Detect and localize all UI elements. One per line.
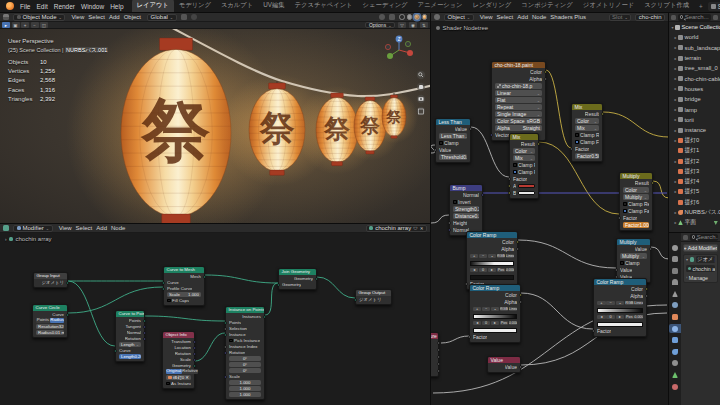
- color-ramp-bar[interactable]: [473, 314, 517, 319]
- outliner-search[interactable]: Search...: [678, 14, 711, 21]
- gizmos-icon[interactable]: ◉: [409, 22, 417, 28]
- manage-section[interactable]: › Manage: [684, 273, 717, 282]
- node-object-info[interactable]: Object InfoTransformLocationRotationScal…: [162, 331, 195, 389]
- socket[interactable]: [193, 340, 196, 343]
- node-field[interactable]: Resolution32: [36, 324, 64, 329]
- unlink-icon[interactable]: ✕: [420, 226, 424, 231]
- socket[interactable]: [448, 229, 451, 232]
- small-button[interactable]: Linear: [506, 254, 514, 259]
- color-ramp-bar[interactable]: [597, 322, 643, 327]
- properties-tab-physics[interactable]: [669, 347, 681, 356]
- color-ramp-bar[interactable]: [597, 308, 643, 313]
- menu-help[interactable]: Help: [107, 3, 126, 10]
- small-button[interactable]: −: [606, 301, 615, 306]
- small-button[interactable]: ◂: [473, 321, 481, 326]
- outliner-item[interactable]: 提灯6: [669, 197, 720, 207]
- node-select[interactable]: Less Than⌄: [439, 133, 467, 139]
- modifier-name-field[interactable]: ジオメトリノード: [696, 256, 715, 263]
- node-field[interactable]: 1.000: [229, 392, 261, 397]
- shading-solid-icon[interactable]: [407, 14, 413, 20]
- socket[interactable]: [508, 192, 511, 195]
- small-button[interactable]: ◂: [470, 268, 478, 273]
- workspace-tab[interactable]: テクスチャペイント: [290, 0, 358, 13]
- workspace-tab[interactable]: スカルプト: [216, 0, 258, 13]
- small-button[interactable]: Linear: [509, 307, 517, 312]
- color-ramp-bar[interactable]: [473, 328, 517, 333]
- filter-funnel-icon[interactable]: ▽: [398, 22, 406, 28]
- geo-menu-select[interactable]: Select: [74, 225, 95, 231]
- small-button[interactable]: 0: [606, 315, 615, 320]
- workspace-tab[interactable]: +: [694, 1, 708, 13]
- workspace-tab[interactable]: ジオメトリノード: [578, 0, 639, 13]
- socket[interactable]: [224, 333, 227, 336]
- node-field[interactable]: 1.000: [229, 386, 261, 391]
- outliner-item[interactable]: ▸instance: [669, 125, 720, 135]
- socket[interactable]: [162, 281, 165, 284]
- socket[interactable]: [490, 134, 493, 137]
- outliner-item[interactable]: ▸torii: [669, 115, 720, 125]
- socket[interactable]: [519, 294, 522, 297]
- socket[interactable]: [143, 337, 146, 340]
- menu-file[interactable]: File: [17, 3, 33, 10]
- socket[interactable]: [544, 71, 547, 74]
- properties-tab-scene[interactable]: [669, 289, 681, 298]
- node-select[interactable]: Color⌄: [513, 148, 535, 154]
- node-field[interactable]: 1.000: [229, 380, 261, 385]
- button-row[interactable]: ◂0▸Pos0.000: [597, 315, 643, 320]
- menu-window[interactable]: Window: [78, 3, 107, 10]
- node-select[interactable]: Single Image⌄: [495, 111, 542, 117]
- viewport-menu-view[interactable]: View: [69, 14, 86, 20]
- workspace-tab[interactable]: レイアウト: [132, 0, 174, 13]
- node-join-geometry[interactable]: Join GeometryGeometryGeometry: [278, 268, 317, 290]
- socket[interactable]: [224, 351, 227, 354]
- node-select[interactable]: Flat⌄: [495, 97, 542, 103]
- socket[interactable]: [537, 143, 540, 146]
- socket[interactable]: [601, 113, 604, 116]
- outliner[interactable]: Search... ▾Scene Collection▸world▸sub_la…: [668, 13, 720, 232]
- workspace-tab[interactable]: スクリプト作成: [639, 0, 694, 13]
- socket[interactable]: [66, 281, 69, 284]
- node-bump[interactable]: BumpNormalInvertStrength0.300Distance0.1…: [449, 184, 483, 236]
- snap-magnet-icon[interactable]: [181, 14, 187, 20]
- socket[interactable]: [468, 336, 471, 339]
- node-field[interactable]: Scale1.000: [167, 292, 201, 297]
- node-field[interactable]: Distance0.100: [453, 213, 479, 219]
- viewport-3d[interactable]: Object Mode ⌄ ViewSelectAddObject Global…: [0, 13, 430, 223]
- node-select[interactable]: Length⌄: [119, 342, 141, 347]
- move-view-icon[interactable]: [417, 83, 425, 91]
- node-mix-1[interactable]: MixResultColor⌄Mix⌄Clamp ResultClamp Fac…: [509, 133, 539, 199]
- socket[interactable]: [649, 248, 652, 251]
- slot-dropdown[interactable]: Slot ⌄: [609, 14, 632, 21]
- node-color-ramp-3[interactable]: Color RampColorAlpha+−⌄RGBLinear◂0▸Pos0.…: [593, 278, 647, 337]
- socket[interactable]: [162, 287, 165, 290]
- node-select[interactable]: Linear⌄: [495, 90, 542, 96]
- small-button[interactable]: Pos: [497, 268, 505, 273]
- node-field[interactable]: Factor0.500: [575, 153, 599, 159]
- checkbox[interactable]: [575, 133, 579, 137]
- properties-tab-material[interactable]: [669, 382, 681, 391]
- properties-tab-view-layer[interactable]: [669, 278, 681, 287]
- socket[interactable]: [143, 331, 146, 334]
- node-group-input[interactable]: Group Inputジオメトリ: [33, 272, 68, 288]
- viewport-menu-select[interactable]: Select: [86, 14, 107, 20]
- socket[interactable]: [508, 178, 511, 181]
- node-select[interactable]: Repeat⌄: [495, 104, 542, 110]
- gizmo-toggle-icon[interactable]: [379, 14, 385, 20]
- small-button[interactable]: 0.000: [509, 321, 517, 326]
- socket[interactable]: [193, 358, 196, 361]
- checkbox[interactable]: [623, 202, 627, 206]
- socket[interactable]: [615, 269, 618, 272]
- socket[interactable]: [437, 349, 440, 352]
- viewport-menu-object[interactable]: Object: [122, 14, 143, 20]
- socket[interactable]: [519, 366, 522, 369]
- properties-tab-tool[interactable]: [669, 243, 681, 252]
- properties-tab-world[interactable]: [669, 301, 681, 310]
- small-button[interactable]: ▸: [491, 321, 499, 326]
- select-mode-extend-icon[interactable]: +: [21, 22, 29, 28]
- node-field[interactable]: 0°: [229, 356, 261, 361]
- workspace-tab[interactable]: シェーディング: [358, 0, 413, 13]
- node-field[interactable]: Radius0.01 m: [36, 330, 64, 335]
- socket[interactable]: [592, 330, 595, 333]
- socket[interactable]: [203, 275, 206, 278]
- small-button[interactable]: +: [470, 254, 478, 259]
